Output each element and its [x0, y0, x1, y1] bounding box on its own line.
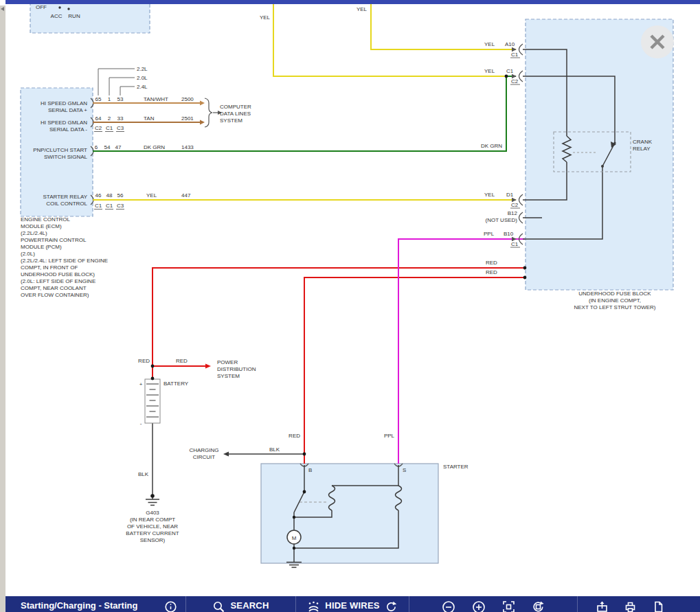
ecm-box: HI SPEED GMLAN SERIAL DATA + HI SPEED GM… — [21, 88, 93, 216]
battery-plus-sign: + — [139, 381, 143, 387]
signal-label: SERIAL DATA - — [49, 126, 87, 133]
pin-label: A10 — [505, 41, 515, 47]
search-label: SEARCH — [230, 600, 269, 611]
pin-label: 6 — [95, 144, 98, 150]
caption-line: (2.0L: LEFT SIDE OF ENGINE — [21, 278, 95, 284]
wire-color-label: PPL — [384, 433, 395, 439]
connector-label: C1 — [511, 241, 519, 247]
caption-line: UNDERHOOD FUSE BLOCK) — [21, 271, 95, 277]
diagram-title: Starting/Charging - Starting — [21, 600, 137, 611]
purple-wire[interactable] — [398, 239, 525, 464]
wire-color-label: YEL — [146, 192, 157, 199]
connector-label: C1 — [511, 52, 519, 58]
connector-label: C2 — [511, 78, 519, 84]
caption-line: COMPT, IN FRONT OF — [21, 264, 78, 271]
terminal-label: B — [308, 467, 312, 473]
search-icon — [212, 600, 225, 612]
close-button[interactable] — [641, 25, 674, 58]
motor-label: M — [292, 535, 297, 541]
left-scrollbar[interactable] — [0, 0, 5, 612]
diagram-viewer: OFF ACC RUN HI SPEED GMLAN SERIAL DATA +… — [0, 0, 700, 612]
pin-label: 64 — [95, 115, 102, 122]
connector-label: C3 — [117, 125, 124, 131]
caption-line: (IN ENGINE COMPT, — [589, 297, 641, 304]
circuit-number: 2501 — [181, 115, 194, 122]
caption-line: (2.0L) — [21, 251, 35, 257]
fuse-block-caption: UNDERHOOD FUSE BLOCK (IN ENGINE COMPT, N… — [574, 291, 656, 310]
search-button[interactable]: SEARCH — [185, 596, 295, 612]
caption-line: (2.2L/2.4L: LEFT SIDE OF ENGINE — [21, 258, 108, 264]
zoom-in-icon[interactable] — [472, 600, 486, 612]
signal-label: SERIAL DATA + — [48, 107, 87, 113]
arrowhead — [223, 452, 229, 457]
pin-label: 46 — [95, 192, 102, 199]
scrollbar-arrow-icon[interactable] — [1, 7, 4, 11]
component-label: RELAY — [633, 146, 651, 152]
dark-green-wire[interactable] — [93, 76, 516, 151]
reset-view-icon[interactable] — [532, 600, 545, 612]
wire-color-label: TAN — [144, 115, 155, 122]
component-label: CRANK — [633, 139, 653, 145]
wire-color-label: RED — [138, 358, 150, 364]
signal-label: COIL CONTROL — [46, 201, 87, 207]
wire-color-label: DK GRN — [144, 144, 165, 150]
connector-label: C1 — [95, 203, 102, 209]
caption-line: OVER FLOW CONTAINER) — [21, 292, 89, 298]
print-icon[interactable] — [624, 600, 637, 612]
connector-underlines — [94, 58, 520, 247]
caption-line: POWERTRAIN CONTROL — [21, 237, 87, 243]
wire-color-label: PPL — [484, 231, 495, 237]
info-icon[interactable] — [164, 600, 177, 612]
pin-label: 53 — [117, 96, 124, 102]
zoom-out-icon[interactable] — [442, 600, 455, 612]
scrollbar-corner — [0, 0, 5, 5]
caption-line: ENGINE CONTROL — [21, 216, 71, 223]
pin-label: 47 — [115, 144, 122, 150]
destination-label: POWER — [217, 359, 238, 365]
wire-color-label: DK GRN — [481, 143, 502, 149]
wire-red-battery — [153, 268, 525, 378]
wire-dkgrn-1433 — [93, 76, 516, 151]
wire-color-label: YEL — [260, 14, 271, 21]
toolbar-section-zoom — [409, 596, 577, 612]
pin-label: 33 — [117, 115, 124, 122]
wire-color-label: BLK — [138, 471, 149, 477]
close-icon — [647, 32, 668, 52]
variant-callout — [98, 69, 135, 95]
ignition-position-label: RUN — [68, 13, 80, 19]
pin-label: 48 — [106, 192, 113, 199]
toolbar-section-output — [577, 596, 700, 612]
wire-red-starter — [304, 277, 525, 464]
battery-symbol — [145, 379, 160, 423]
caption-line: NEXT TO LEFT STRUT TOWER) — [574, 304, 656, 310]
connector-label: C1 — [106, 203, 113, 209]
fit-screen-icon[interactable] — [502, 600, 515, 612]
computer-data-lines-pointer — [205, 98, 218, 127]
pin-label: C1 — [506, 68, 514, 74]
wire-color-label: BLK — [269, 446, 280, 453]
export-icon[interactable] — [596, 600, 609, 612]
wire-color-label: RED — [486, 260, 497, 266]
ignition-switch-box: OFF ACC RUN — [30, 0, 150, 33]
document-icon[interactable] — [652, 600, 665, 612]
signal-label: SWITCH SIGNAL — [44, 154, 88, 160]
variant-label: 2.0L — [137, 75, 148, 81]
connector-label: C2 — [95, 125, 102, 131]
terminal-label: S — [403, 467, 406, 473]
ground-caption: G403 (IN REAR COMPT OF VEHICLE, NEAR BAT… — [126, 510, 179, 543]
toolbar-section-wires: HIDE WIRES — [295, 596, 409, 612]
hide-wires-button[interactable]: HIDE WIRES — [325, 600, 379, 611]
refresh-icon[interactable] — [385, 600, 398, 612]
circuit-number: 447 — [181, 192, 191, 199]
wire-ppl-starter-s — [398, 239, 525, 464]
pin-label: B10 — [504, 231, 514, 237]
signal-label: STARTER RELAY — [43, 194, 88, 200]
hide-wires-icon[interactable] — [307, 600, 320, 612]
toolbar-section-title: Starting/Charging - Starting — [5, 596, 185, 612]
viewer-toolbar: Starting/Charging - Starting SEARCH HIDE… — [5, 596, 700, 612]
circuit-number: 2500 — [181, 96, 194, 102]
connector-label: C3 — [117, 203, 124, 209]
connector-label: C1 — [106, 125, 113, 131]
wire-color-label: YEL — [484, 68, 495, 74]
ignition-position-label: ACC — [51, 13, 63, 19]
